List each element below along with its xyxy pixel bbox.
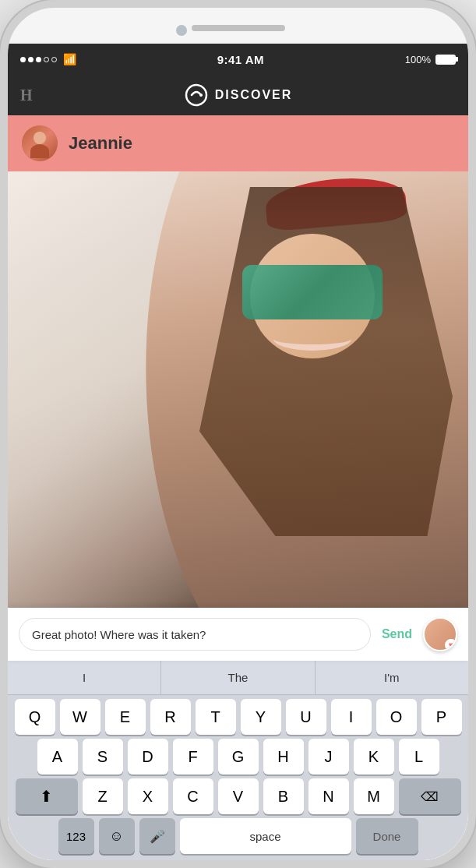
signal-dots [20,57,57,62]
key-p[interactable]: P [421,699,462,735]
suggestion-im[interactable]: I'm [316,661,468,694]
send-button[interactable]: Send [379,627,415,641]
key-numbers[interactable]: 123 [58,818,94,854]
key-d[interactable]: D [128,739,168,774]
key-k[interactable]: K [354,739,394,774]
key-row-1: Q W E R T Y U I O P [8,695,468,735]
signal-dot-2 [28,57,33,62]
profile-name: Jeannie [69,133,132,153]
key-v[interactable]: V [218,778,259,814]
key-i[interactable]: I [331,699,372,735]
profile-avatar-img [22,125,58,161]
suggestion-i[interactable]: I [8,661,161,694]
profile-header[interactable]: Jeannie [8,115,468,171]
keyboard: I The I'm Q W E R T Y U I O P A S D [8,661,468,860]
key-space[interactable]: space [180,818,351,854]
nav-left: H [20,87,33,103]
key-b[interactable]: B [263,778,304,814]
wifi-icon: 📶 [63,53,76,65]
key-a[interactable]: A [37,739,78,774]
screen: 📶 9:41 AM 100% H DISCOVER [8,44,468,860]
battery-fill [437,56,454,63]
phone-camera [176,25,187,36]
key-f[interactable]: F [173,739,213,774]
signal-dot-5 [51,57,57,62]
svg-point-1 [199,94,203,97]
key-l[interactable]: L [399,739,439,774]
key-z[interactable]: Z [83,778,123,814]
svg-point-0 [186,85,206,105]
status-time: 9:41 AM [217,53,264,66]
photo-smile [273,327,351,351]
key-y[interactable]: Y [241,699,281,735]
key-m[interactable]: M [354,778,394,814]
battery-icon [435,55,456,65]
profile-avatar [22,125,58,161]
message-area: Send [8,608,468,661]
key-emoji[interactable]: ☺ [99,818,135,854]
sender-avatar[interactable] [423,617,457,651]
app-logo-icon [184,83,209,108]
key-c[interactable]: C [173,778,213,814]
status-bar: 📶 9:41 AM 100% [8,44,468,75]
phone-speaker [192,25,285,31]
discover-label: DISCOVER [215,88,293,102]
key-r[interactable]: R [150,699,191,735]
message-input[interactable] [19,618,371,651]
status-right: 100% [405,54,456,65]
key-t[interactable]: T [196,699,236,735]
signal-dot-1 [20,57,26,62]
key-done[interactable]: Done [356,818,418,854]
suggestion-the[interactable]: The [161,661,315,694]
key-h[interactable]: H [263,739,304,774]
key-e[interactable]: E [105,699,146,735]
key-w[interactable]: W [60,699,100,735]
key-row-2: A S D F G H J K L [8,735,468,774]
phone-frame: 📶 9:41 AM 100% H DISCOVER [0,0,476,868]
status-signal: 📶 [20,53,76,65]
key-o[interactable]: O [376,699,417,735]
key-shift[interactable]: ⬆ [16,778,78,814]
key-x[interactable]: X [128,778,168,814]
word-suggestions: I The I'm [8,661,468,695]
photo-background [8,171,468,608]
key-s[interactable]: S [83,739,123,774]
key-q[interactable]: Q [15,699,55,735]
battery-percent: 100% [405,54,431,65]
h-icon[interactable]: H [20,87,33,103]
key-delete[interactable]: ⌫ [399,778,461,814]
key-u[interactable]: U [286,699,326,735]
key-row-bottom: 123 ☺ 🎤 space Done [8,814,468,860]
nav-bar: H DISCOVER [8,75,468,115]
signal-dot-3 [36,57,41,62]
key-j[interactable]: J [309,739,349,774]
key-g[interactable]: G [218,739,259,774]
key-n[interactable]: N [309,778,349,814]
key-mic[interactable]: 🎤 [139,818,175,854]
nav-center: DISCOVER [184,83,293,108]
photo-area [8,171,468,608]
key-row-3: ⬆ Z X C V B N M ⌫ [8,774,468,814]
signal-dot-4 [44,57,49,62]
photo-glasses [242,265,383,319]
